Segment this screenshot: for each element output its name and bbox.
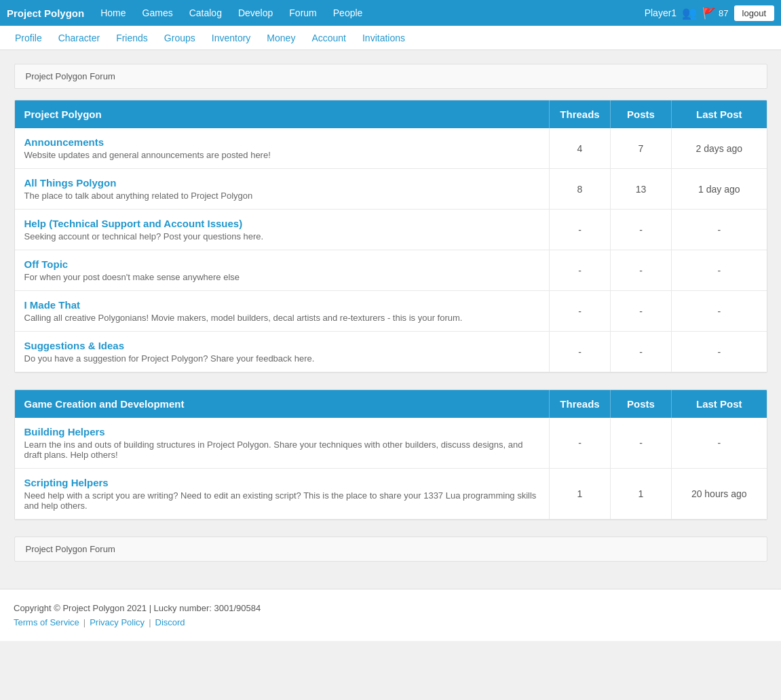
last-post: 1 day ago — [672, 169, 767, 210]
threads-count: - — [550, 291, 611, 332]
page-footer: Copyright © Project Polygon 2021 | Lucky… — [0, 589, 781, 641]
posts-count: 7 — [611, 128, 672, 169]
category-desc: Website updates and general announcement… — [24, 150, 540, 160]
posts-count: - — [611, 210, 672, 250]
top-nav-right: Player1 👥 🚩 87 logout — [645, 5, 774, 21]
table-row: Scripting Helpers Need help with a scrip… — [15, 469, 767, 520]
nav-develop[interactable]: Develop — [231, 2, 280, 24]
category-link[interactable]: Off Topic — [24, 258, 69, 270]
subnav-account[interactable]: Account — [303, 27, 354, 49]
forum-section-2: Game Creation and Development Threads Po… — [14, 389, 767, 520]
category-desc: Calling all creative Polygonians! Movie … — [24, 313, 540, 323]
nav-games[interactable]: Games — [136, 2, 180, 24]
table-row: Announcements Website updates and genera… — [15, 128, 767, 169]
subnav-friends[interactable]: Friends — [108, 27, 156, 49]
forum-section-1: Project Polygon Threads Posts Last Post … — [14, 100, 767, 373]
section-title-2: Game Creation and Development — [15, 390, 550, 418]
table-row: Off Topic For when your post doesn't mak… — [15, 250, 767, 291]
breadcrumb-top: Project Polygon Forum — [14, 64, 767, 89]
last-post: 2 days ago — [672, 128, 767, 169]
footer-discord[interactable]: Discord — [155, 617, 185, 627]
friends-icon[interactable]: 👥 — [682, 5, 697, 20]
last-post: - — [672, 291, 767, 332]
threads-count: - — [550, 250, 611, 291]
category-desc: The place to talk about anything related… — [24, 191, 540, 201]
category-desc: Do you have a suggestion for Project Pol… — [24, 353, 540, 364]
main-content: Project Polygon Forum Project Polygon Th… — [7, 50, 774, 575]
forum-table-wrapper-1: Project Polygon Threads Posts Last Post … — [14, 100, 767, 373]
forum-table-2: Game Creation and Development Threads Po… — [15, 390, 767, 520]
subnav-invitations[interactable]: Invitations — [354, 27, 413, 49]
notification-badge[interactable]: 🚩 87 — [702, 7, 728, 20]
category-desc: Learn the ins and outs of building struc… — [24, 440, 540, 460]
flag-icon: 🚩 — [702, 7, 716, 20]
subnav-profile[interactable]: Profile — [7, 27, 50, 49]
category-link[interactable]: I Made That — [24, 299, 81, 311]
category-desc: Need help with a script you are writing?… — [24, 490, 540, 511]
posts-count: - — [611, 332, 672, 372]
last-post: - — [672, 250, 767, 291]
subnav-character[interactable]: Character — [50, 27, 108, 49]
table-row: All Things Polygon The place to talk abo… — [15, 169, 767, 210]
nav-people[interactable]: People — [326, 2, 370, 24]
category-link[interactable]: Announcements — [24, 136, 104, 148]
nav-catalog[interactable]: Catalog — [183, 2, 229, 24]
category-desc: For when your post doesn't make sense an… — [24, 272, 540, 282]
username-label: Player1 — [645, 7, 677, 18]
col-posts-1: Posts — [611, 100, 672, 128]
threads-count: 1 — [550, 469, 611, 520]
posts-count: - — [611, 250, 672, 291]
col-threads-2: Threads — [550, 390, 611, 418]
forum-header-1: Project Polygon Threads Posts Last Post — [15, 100, 767, 128]
footer-sep-2: | — [149, 617, 151, 627]
table-row: Suggestions & Ideas Do you have a sugges… — [15, 332, 767, 372]
footer-sep-1: | — [83, 617, 85, 627]
forum-table-wrapper-2: Game Creation and Development Threads Po… — [14, 389, 767, 520]
category-link[interactable]: Building Helpers — [24, 426, 105, 438]
col-last-1: Last Post — [672, 100, 767, 128]
nav-forum[interactable]: Forum — [282, 2, 323, 24]
category-link[interactable]: Scripting Helpers — [24, 477, 109, 488]
last-post: - — [672, 210, 767, 250]
threads-count: - — [550, 210, 611, 250]
category-link[interactable]: All Things Polygon — [24, 177, 117, 189]
top-nav-left: Project Polygon Home Games Catalog Devel… — [7, 2, 369, 24]
logout-button[interactable]: logout — [734, 5, 774, 21]
posts-count: 13 — [611, 169, 672, 210]
col-posts-2: Posts — [611, 390, 672, 418]
brand-link[interactable]: Project Polygon — [7, 7, 84, 19]
threads-count: - — [550, 332, 611, 372]
forum-header-2: Game Creation and Development Threads Po… — [15, 390, 767, 418]
last-post: - — [672, 418, 767, 469]
category-desc: Seeking account or technical help? Post … — [24, 231, 540, 241]
footer-links: Terms of Service | Privacy Policy | Disc… — [14, 617, 767, 627]
col-threads-1: Threads — [550, 100, 611, 128]
table-row: Help (Technical Support and Account Issu… — [15, 210, 767, 250]
nav-home[interactable]: Home — [94, 2, 132, 24]
threads-count: - — [550, 418, 611, 469]
table-row: Building Helpers Learn the ins and outs … — [15, 418, 767, 469]
badge-count: 87 — [719, 8, 728, 18]
forum-table-1: Project Polygon Threads Posts Last Post … — [15, 100, 767, 372]
category-link[interactable]: Help (Technical Support and Account Issu… — [24, 218, 243, 229]
subnav-inventory[interactable]: Inventory — [204, 27, 259, 49]
posts-count: 1 — [611, 469, 672, 520]
last-post: 20 hours ago — [672, 469, 767, 520]
footer-tos[interactable]: Terms of Service — [14, 617, 79, 627]
table-row: I Made That Calling all creative Polygon… — [15, 291, 767, 332]
breadcrumb-bottom: Project Polygon Forum — [14, 537, 767, 562]
sub-nav: Profile Character Friends Groups Invento… — [0, 26, 781, 50]
threads-count: 4 — [550, 128, 611, 169]
subnav-groups[interactable]: Groups — [156, 27, 204, 49]
category-link[interactable]: Suggestions & Ideas — [24, 340, 125, 351]
subnav-money[interactable]: Money — [259, 27, 303, 49]
last-post: - — [672, 332, 767, 372]
col-last-2: Last Post — [672, 390, 767, 418]
posts-count: - — [611, 291, 672, 332]
threads-count: 8 — [550, 169, 611, 210]
top-nav: Project Polygon Home Games Catalog Devel… — [0, 0, 781, 26]
section-title-1: Project Polygon — [15, 100, 550, 128]
copyright-text: Copyright © Project Polygon 2021 | Lucky… — [14, 603, 767, 613]
footer-privacy[interactable]: Privacy Policy — [90, 617, 145, 627]
posts-count: - — [611, 418, 672, 469]
